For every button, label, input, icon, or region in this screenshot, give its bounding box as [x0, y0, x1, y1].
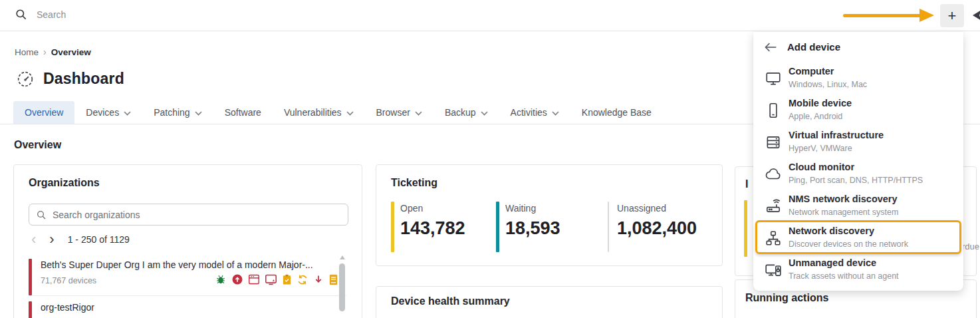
menu-item-computer[interactable]: Computer Windows, Linux, Mac: [756, 64, 961, 94]
running-actions-title: Running actions: [745, 292, 828, 304]
breadcrumb: Home › Overview: [15, 47, 91, 57]
bug-icon[interactable]: [215, 274, 227, 285]
menu-item-sublabel: HyperV, VMWare: [789, 144, 852, 153]
tab-knowledge-base[interactable]: Knowledge Base: [570, 101, 663, 124]
menu-item-mobile-device[interactable]: Mobile device Apple, Android: [756, 96, 961, 126]
menu-item-virtual-infrastructure[interactable]: Virtual infrastructure HyperV, VMWare: [756, 128, 961, 158]
org-name: Beth's Super Duper Org I am the very mod…: [41, 259, 323, 270]
org-severity-bar: [29, 301, 32, 318]
unmanaged-device-icon: [765, 261, 782, 279]
stat-label: Waiting: [505, 203, 536, 214]
tab-label: Vulnerabilities: [284, 107, 342, 118]
tab-label: Overview: [25, 107, 63, 118]
chevron-down-icon: [481, 111, 488, 116]
download-icon[interactable]: [313, 274, 324, 285]
mobile-device-icon: [765, 102, 782, 119]
sync-icon[interactable]: [297, 274, 308, 285]
tab-patching[interactable]: Patching: [142, 101, 213, 124]
menu-item-sublabel: Track assets without an agent: [789, 271, 899, 281]
menu-item-cloud-monitor[interactable]: Cloud monitor Ping, Port scan, DNS, HTTP…: [756, 160, 961, 190]
tab-activities[interactable]: Activities: [499, 101, 570, 124]
stat-value: 143,782: [400, 218, 465, 239]
dashboard-gauge-icon: [17, 71, 34, 88]
menu-item-label: Unmanaged device: [789, 257, 876, 268]
device-health-card: Device health summary: [376, 286, 723, 318]
docs-icon[interactable]: [328, 274, 338, 285]
overdue-label-fragment: rdue: [962, 241, 979, 251]
menu-item-nms-network-discovery[interactable]: NMS network discovery Network management…: [756, 192, 961, 222]
quick-actions-icon[interactable]: [972, 9, 980, 22]
tab-label: Software: [225, 107, 261, 118]
breadcrumb-separator-icon: ›: [43, 47, 47, 57]
chevron-down-icon: [415, 111, 422, 116]
tab-label: Browser: [376, 107, 410, 118]
org-severity-bar: [29, 259, 32, 295]
cloud-icon: [765, 166, 782, 183]
tab-label: Knowledge Base: [582, 107, 652, 118]
menu-item-label: NMS network discovery: [789, 194, 898, 204]
patch-window-icon[interactable]: [248, 274, 260, 285]
nms-router-icon: [765, 198, 782, 215]
chevron-down-icon: [346, 111, 354, 116]
tab-label: Devices: [86, 107, 119, 118]
menu-item-label: Computer: [789, 66, 834, 77]
pagination-prev-icon[interactable]: ‹: [31, 234, 36, 245]
scrollbar-thumb[interactable]: [339, 263, 345, 311]
search-icon: [36, 210, 47, 220]
menu-item-sublabel: Apple, Android: [789, 112, 842, 121]
menu-item-unmanaged-device[interactable]: Unmanaged device Track assets without an…: [756, 255, 961, 286]
tasks-icon[interactable]: [282, 274, 292, 285]
org-row-beths-super-duper[interactable]: Beth's Super Duper Org I am the very mod…: [29, 259, 346, 295]
virtual-infrastructure-icon: [765, 134, 782, 151]
tab-overview[interactable]: Overview: [13, 101, 74, 124]
menu-item-sublabel: Windows, Linux, Mac: [789, 80, 867, 89]
menu-item-sublabel: Discover devices on the network: [789, 239, 908, 249]
back-arrow-icon[interactable]: [764, 42, 777, 53]
device-alert-icon[interactable]: [265, 274, 277, 285]
add-device-menu: Add device Computer Windows, Linux, Mac …: [753, 32, 963, 291]
tab-devices[interactable]: Devices: [74, 101, 142, 124]
menu-item-label: Virtual infrastructure: [789, 130, 884, 140]
menu-item-network-discovery[interactable]: Network discovery Discover devices on th…: [756, 224, 961, 254]
device-health-title: Device health summary: [391, 295, 510, 307]
menu-item-sublabel: Ping, Port scan, DNS, HTTP/HTTPS: [789, 176, 923, 185]
breadcrumb-home[interactable]: Home: [15, 47, 39, 57]
chevron-down-icon: [195, 111, 202, 116]
pagination-range: 1 - 250 of 1129: [68, 234, 130, 245]
tab-vulnerabilities[interactable]: Vulnerabilities: [273, 101, 365, 124]
organizations-scrollbar: [339, 258, 345, 318]
stat-label: Unassigned: [617, 203, 666, 214]
page-title: Dashboard: [43, 70, 124, 88]
tab-backup[interactable]: Backup: [433, 101, 499, 124]
tab-browser[interactable]: Browser: [365, 101, 433, 124]
network-nodes-icon: [765, 230, 782, 247]
computer-icon: [765, 70, 782, 87]
scroll-up-icon[interactable]: [340, 255, 345, 259]
chevron-down-icon: [124, 111, 131, 116]
org-name: org-testRigor: [41, 302, 323, 313]
issues-stat-bar: [744, 200, 747, 257]
list-divider: [29, 295, 346, 296]
pagination-next-icon[interactable]: ›: [49, 234, 54, 245]
stat-value: 18,593: [505, 218, 560, 239]
dashboard-screen: + Home › Overview Dashboard Overview: [0, 0, 980, 318]
tab-label: Activities: [511, 107, 547, 118]
organizations-card: Organizations ‹ › 1 - 250 of 1129 Beth's…: [13, 164, 362, 318]
global-search-input[interactable]: [37, 9, 236, 20]
organizations-title: Organizations: [29, 177, 100, 189]
stat-bar: [391, 202, 394, 252]
add-button[interactable]: +: [940, 4, 964, 27]
annotation-arrow: [843, 14, 921, 17]
organizations-search: [29, 204, 348, 226]
section-title: Overview: [14, 139, 61, 151]
issues-title-fragment: I: [745, 178, 748, 190]
org-device-count: 71,767 devices: [41, 276, 96, 285]
organizations-search-input[interactable]: [53, 210, 341, 220]
org-row-testrigor[interactable]: org-testRigor: [29, 301, 346, 318]
chevron-down-icon: [552, 111, 559, 116]
tab-label: Patching: [154, 107, 189, 118]
top-bar: +: [0, 0, 980, 31]
org-status-icons: [215, 273, 338, 285]
tab-software[interactable]: Software: [213, 101, 273, 124]
critical-up-icon[interactable]: [231, 273, 243, 285]
